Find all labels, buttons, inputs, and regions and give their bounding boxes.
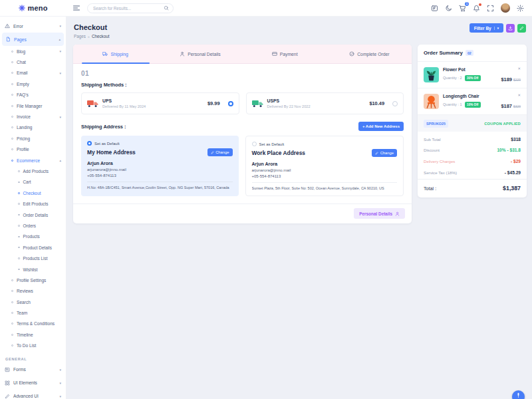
bullet-icon <box>11 61 13 63</box>
notifications-icon[interactable] <box>473 5 480 12</box>
bullet-icon <box>11 138 13 140</box>
sidebar-item-label: Order Details <box>23 213 49 217</box>
bullet-icon <box>18 170 20 172</box>
breadcrumb-parent[interactable]: Pages <box>74 34 86 39</box>
sidebar-item-blog[interactable]: Blog ▾ <box>0 46 66 57</box>
tab-complete-order[interactable]: Complete Order <box>327 45 412 63</box>
sidebar-item-checkout[interactable]: Checkout <box>0 188 66 198</box>
gear-icon[interactable] <box>517 5 524 12</box>
close-icon[interactable]: ✕ <box>517 94 521 98</box>
moon-icon[interactable] <box>445 5 452 12</box>
tab-shipping[interactable]: Shipping <box>73 45 158 63</box>
sidebar-item-label: Chat <box>17 60 26 65</box>
avatar[interactable] <box>501 3 510 13</box>
bullet-icon <box>11 94 13 96</box>
sidebar-item-ecommerce[interactable]: Ecommerce ▴ <box>0 155 66 166</box>
sidebar-item-cart[interactable]: Cart <box>0 177 66 188</box>
chevron-icon: ▴ <box>59 37 61 41</box>
change-address-button[interactable]: Change <box>207 148 233 156</box>
pages-icon <box>5 37 11 42</box>
page-title: Checkout <box>74 23 110 31</box>
sidebar-item-reviews[interactable]: Reviews <box>0 286 66 297</box>
flag-icon[interactable] <box>431 5 438 12</box>
sidebar-item-orders[interactable]: Orders <box>0 220 66 231</box>
sidebar-item-profile[interactable]: Profile <box>0 144 66 155</box>
bullet-icon <box>11 344 13 346</box>
default-address-radio[interactable] <box>87 141 92 146</box>
method-radio[interactable] <box>392 101 398 106</box>
discount-badge: 30% Off <box>465 75 481 81</box>
sidebar-toggle-icon[interactable] <box>72 4 80 12</box>
default-address-radio[interactable] <box>252 142 257 146</box>
sidebar-item-chat[interactable]: Chat <box>0 57 66 67</box>
method-name: USPS <box>267 98 311 103</box>
bullet-icon <box>11 105 13 107</box>
sidebar-item-faq-s[interactable]: FAQ's <box>0 90 66 100</box>
pen-icon <box>211 151 214 154</box>
theme-switcher-button[interactable] <box>512 390 525 399</box>
sidebar-item-products-list[interactable]: Products List <box>0 253 66 263</box>
bullet-icon <box>11 312 13 314</box>
sidebar-item-ui-elements[interactable]: UI Elements ▾ <box>0 376 66 390</box>
sidebar-item-error[interactable]: Error ▾ <box>0 19 66 33</box>
sidebar-item-label: Products <box>23 234 40 239</box>
sidebar-item-profile-settings[interactable]: Profile Settings <box>0 275 66 285</box>
fullscreen-icon[interactable] <box>487 5 494 12</box>
bullet-icon <box>11 83 13 85</box>
bullet-icon <box>18 269 20 271</box>
tab-personal-details[interactable]: Personal Details <box>158 45 242 63</box>
download-button[interactable] <box>506 24 515 33</box>
sidebar-item-pricing[interactable]: Pricing <box>0 133 66 144</box>
summary-row-sub-total: Sub Total $318 <box>424 134 521 145</box>
sidebar-item-label: Checkout <box>23 191 41 196</box>
checkout-card: Shipping Personal Details Payment Comple… <box>73 45 412 223</box>
bullet-icon <box>11 279 13 281</box>
sidebar-item-label: Forms <box>13 367 26 372</box>
shipping-method-ups[interactable]: UPS Delivered By 11 May 2024 $9.99 <box>81 92 239 114</box>
sidebar-item-order-details[interactable]: Order Details <box>0 209 66 220</box>
recipient-phone: +05-554-874113 <box>87 174 233 178</box>
sidebar-item-products[interactable]: Products <box>0 231 66 242</box>
tab-payment[interactable]: Payment <box>243 45 327 63</box>
sidebar-item-empty[interactable]: Empty <box>0 78 66 89</box>
chair-image <box>424 94 439 109</box>
sidebar-item-search[interactable]: Search <box>0 297 66 307</box>
app-logo[interactable]: meno <box>0 4 66 12</box>
edit-button[interactable] <box>517 24 526 33</box>
next-step-button[interactable]: Personal Details <box>354 208 405 219</box>
shipping-methods: UPS Delivered By 11 May 2024 $9.99 USPS <box>81 92 404 114</box>
search-input[interactable] <box>92 5 161 11</box>
sidebar-item-timeline[interactable]: Timeline <box>0 329 66 340</box>
shipping-method-usps[interactable]: USPS Delivered By 22 Nov 2022 $10.49 <box>246 92 404 114</box>
sidebar-item-edit-products[interactable]: Edit Products <box>0 198 66 209</box>
sidebar-item-forms[interactable]: Forms ▾ <box>0 363 66 376</box>
sidebar-item-label: Blog <box>17 49 25 54</box>
sidebar-item-product-details[interactable]: Product Details <box>0 242 66 253</box>
close-icon[interactable]: ✕ <box>517 67 521 71</box>
sidebar-item-invoice[interactable]: Invoice ▾ <box>0 111 66 122</box>
method-radio[interactable] <box>228 101 233 106</box>
method-price: $10.49 <box>369 100 388 106</box>
sidebar-item-team[interactable]: Team <box>0 307 66 318</box>
change-address-button[interactable]: Change <box>372 149 397 157</box>
summary-row-service-tax-18: Service Tax (18%) - $45.29 <box>424 167 521 178</box>
sidebar-item-terms-conditions[interactable]: Terms & Conditions <box>0 319 66 329</box>
sidebar-item-email[interactable]: Email ▾ <box>0 68 66 78</box>
address-card-my-home-address: Set as Default My Home Address Change Ar… <box>81 136 239 196</box>
sidebar-item-pages[interactable]: Pages ▴ <box>2 33 64 46</box>
method-name: UPS <box>102 98 146 103</box>
sidebar-item-add-products[interactable]: Add Products <box>0 166 66 176</box>
sidebar-item-advanced-ui[interactable]: Advanced UI ▾ <box>0 390 66 399</box>
sidebar-item-landing[interactable]: Landing <box>0 122 66 133</box>
notification-dot <box>479 3 481 6</box>
cart-icon[interactable]: 1 <box>459 5 466 12</box>
search-icon[interactable] <box>164 5 169 11</box>
summary-value: 10% - $31.8 <box>497 148 521 152</box>
sidebar-item-file-manager[interactable]: File Manager <box>0 100 66 111</box>
sidebar-item-to-do-list[interactable]: To Do List <box>0 340 66 351</box>
filter-by-button[interactable]: Filter By ▾ <box>469 23 503 33</box>
bullet-icon <box>18 214 20 216</box>
sidebar-item-wishlist[interactable]: Wishlist <box>0 264 66 275</box>
add-new-address-button[interactable]: + Add New Address <box>358 122 404 131</box>
sidebar-item-label: Landing <box>17 125 32 130</box>
